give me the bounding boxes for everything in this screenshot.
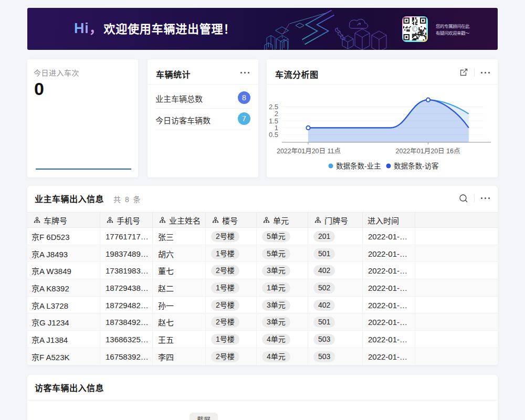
svg-text:数据条数-业主: 数据条数-业主 <box>336 162 381 170</box>
svg-text:2022年01月20日 16点: 2022年01月20日 16点 <box>396 148 460 155</box>
svg-text:2022年01月20日 11点: 2022年01月20日 11点 <box>277 148 341 155</box>
svg-text:数据条数-访客: 数据条数-访客 <box>394 162 439 170</box>
svg-text:0.5: 0.5 <box>269 131 278 139</box>
